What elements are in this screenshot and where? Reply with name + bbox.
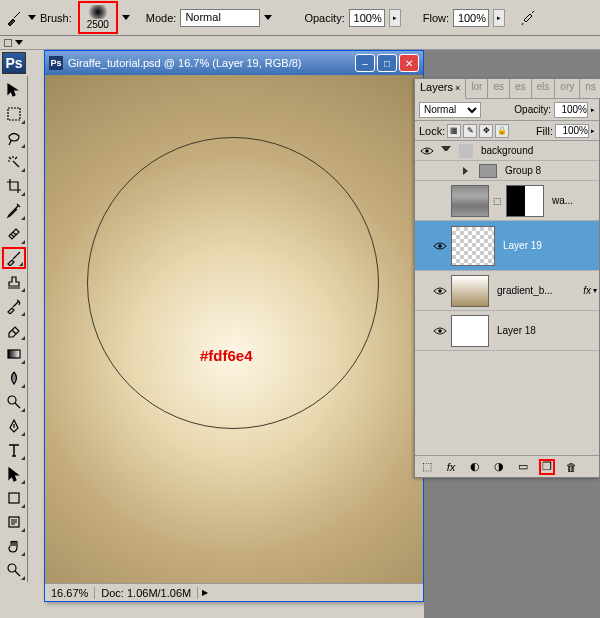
- layer-name[interactable]: Layer 19: [499, 240, 597, 251]
- layer-mask-icon[interactable]: ◐: [467, 459, 483, 475]
- fill-input[interactable]: [555, 124, 589, 138]
- layer-name[interactable]: wa...: [548, 195, 597, 206]
- layers-panel-footer: ⬚ fx ◐ ◑ ▭ ❐ 🗑: [415, 455, 599, 477]
- brush-tool-preset-icon[interactable]: [4, 8, 24, 28]
- layer-blend-select[interactable]: Normal: [419, 102, 481, 118]
- lasso-tool[interactable]: [2, 127, 26, 149]
- blur-tool[interactable]: [2, 367, 26, 389]
- layer-row-gradient[interactable]: gradient_b... fx ▾: [415, 271, 599, 311]
- visibility-icon[interactable]: [433, 241, 447, 251]
- canvas[interactable]: #fdf6e4: [45, 75, 423, 583]
- mode-dropdown-icon[interactable]: [264, 15, 272, 20]
- history-brush-tool[interactable]: [2, 295, 26, 317]
- layer-name[interactable]: Group 8: [501, 165, 597, 176]
- mode-label: Mode:: [146, 12, 177, 24]
- airbrush-icon[interactable]: [519, 8, 539, 28]
- stamp-tool[interactable]: [2, 271, 26, 293]
- brush-preset-picker[interactable]: 2500: [78, 1, 118, 34]
- move-tool[interactable]: [2, 79, 26, 101]
- pen-tool[interactable]: [2, 415, 26, 437]
- svg-point-2: [8, 396, 16, 404]
- app-logo: Ps: [2, 52, 26, 74]
- layer-name[interactable]: Layer 18: [493, 325, 597, 336]
- opacity-stepper[interactable]: ▸: [389, 9, 401, 27]
- crop-tool[interactable]: [2, 175, 26, 197]
- brush-dropdown-icon[interactable]: [122, 15, 130, 20]
- group-icon[interactable]: ▭: [515, 459, 531, 475]
- visibility-icon[interactable]: [433, 326, 447, 336]
- adjustment-layer-icon[interactable]: ◑: [491, 459, 507, 475]
- gradient-tool[interactable]: [2, 343, 26, 365]
- lock-all-icon[interactable]: 🔒: [495, 124, 509, 138]
- tab-6[interactable]: ory: [555, 79, 580, 98]
- panel-dock-bg2: [424, 478, 600, 618]
- tab-well-icon: [4, 39, 12, 47]
- layer-row-group8[interactable]: Group 8: [415, 161, 599, 181]
- layer-opacity-input[interactable]: [554, 102, 588, 118]
- document-icon: Ps: [49, 56, 63, 70]
- status-bar: 16.67% Doc: 1.06M/1.06M ▶: [45, 583, 423, 601]
- path-select-tool[interactable]: [2, 463, 26, 485]
- shape-tool[interactable]: [2, 487, 26, 509]
- layer-row-layer18[interactable]: Layer 18: [415, 311, 599, 351]
- svg-point-7: [438, 244, 442, 248]
- layer-style-icon[interactable]: fx: [443, 459, 459, 475]
- layer-row-background[interactable]: background: [415, 141, 599, 161]
- visibility-icon[interactable]: [433, 286, 447, 296]
- layer-row-layer19[interactable]: Layer 19: [415, 221, 599, 271]
- zoom-tool[interactable]: [2, 559, 26, 581]
- flow-input[interactable]: [453, 9, 489, 27]
- tool-preset-dropdown-icon[interactable]: [28, 15, 36, 20]
- layer-name[interactable]: gradient_b...: [493, 285, 581, 296]
- zoom-level[interactable]: 16.67%: [45, 587, 95, 599]
- type-tool[interactable]: [2, 439, 26, 461]
- tab-5[interactable]: els: [532, 79, 556, 98]
- document-titlebar[interactable]: Ps Giraffe_tutorial.psd @ 16.7% (Layer 1…: [45, 51, 423, 75]
- document-title: Giraffe_tutorial.psd @ 16.7% (Layer 19, …: [68, 57, 355, 69]
- layer-list: background Group 8 ⬚ wa... Layer 19 grad…: [415, 141, 599, 441]
- marquee-tool[interactable]: [2, 103, 26, 125]
- dodge-tool[interactable]: [2, 391, 26, 413]
- tab-layers[interactable]: Layers×: [415, 79, 466, 99]
- new-layer-icon[interactable]: ❐: [539, 459, 555, 475]
- wand-tool[interactable]: [2, 151, 26, 173]
- link-layers-icon[interactable]: ⬚: [419, 459, 435, 475]
- lock-transparent-icon[interactable]: ▦: [447, 124, 461, 138]
- lock-label: Lock:: [419, 125, 445, 137]
- layer-thumb: [451, 315, 489, 347]
- eraser-tool[interactable]: [2, 319, 26, 341]
- healing-tool[interactable]: [2, 223, 26, 245]
- expand-icon[interactable]: [463, 167, 471, 175]
- visibility-icon[interactable]: [417, 146, 437, 156]
- tab-4[interactable]: es: [510, 79, 532, 98]
- flow-stepper[interactable]: ▸: [493, 9, 505, 27]
- tab-7[interactable]: ns: [580, 79, 600, 98]
- lock-paint-icon[interactable]: ✎: [463, 124, 477, 138]
- hand-tool[interactable]: [2, 535, 26, 557]
- tab-3[interactable]: es: [488, 79, 510, 98]
- blend-mode-select[interactable]: Normal: [180, 9, 260, 27]
- fx-badge[interactable]: fx: [581, 285, 593, 296]
- close-button[interactable]: ✕: [399, 54, 419, 72]
- toolbox-column: Ps: [0, 50, 28, 582]
- tab-2[interactable]: lor: [466, 79, 488, 98]
- toolbox: [0, 76, 28, 582]
- brush-cursor-outline: [87, 137, 379, 429]
- notes-tool[interactable]: [2, 511, 26, 533]
- delete-layer-icon[interactable]: 🗑: [563, 459, 579, 475]
- layer-blend-row: Normal Opacity: ▸: [415, 99, 599, 121]
- layer-thumb: [451, 226, 495, 266]
- maximize-button[interactable]: □: [377, 54, 397, 72]
- svg-rect-3: [9, 493, 19, 503]
- brush-tool[interactable]: [2, 247, 26, 269]
- eyedropper-tool[interactable]: [2, 199, 26, 221]
- expand-icon[interactable]: [441, 146, 451, 156]
- tab-well-dropdown[interactable]: [15, 40, 23, 45]
- layer-name[interactable]: background: [477, 145, 597, 156]
- layer-lock-row: Lock: ▦ ✎ ✥ 🔒 Fill: ▸: [415, 121, 599, 141]
- layer-row-wa[interactable]: ⬚ wa...: [415, 181, 599, 221]
- fill-label: Fill:: [536, 125, 553, 137]
- minimize-button[interactable]: –: [355, 54, 375, 72]
- lock-move-icon[interactable]: ✥: [479, 124, 493, 138]
- opacity-input[interactable]: [349, 9, 385, 27]
